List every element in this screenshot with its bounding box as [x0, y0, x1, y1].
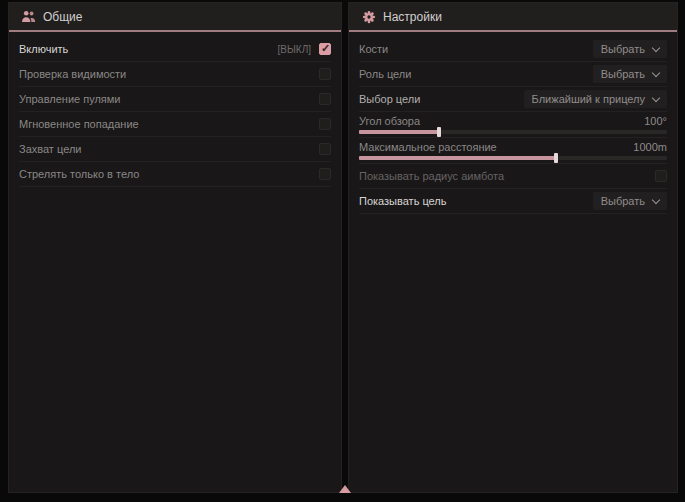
show-aimbot-radius-checkbox[interactable] — [655, 170, 667, 182]
settings-panel-header: Настройки — [349, 3, 677, 32]
max-distance-slider[interactable] — [359, 156, 667, 160]
chevron-down-icon — [652, 93, 660, 101]
dropdown-value: Выбрать — [601, 43, 645, 55]
toggle-label: Проверка видимости — [19, 68, 126, 80]
setting-row-bones: Кости Выбрать — [359, 37, 667, 62]
instant-hit-checkbox[interactable] — [319, 118, 331, 130]
cursor-triangle — [339, 485, 351, 493]
dropdown-value: Выбрать — [601, 195, 645, 207]
setting-label: Максимальное расстояние — [359, 141, 497, 153]
chevron-down-icon — [652, 43, 660, 51]
people-icon — [21, 9, 36, 24]
general-panel-header: Общие — [9, 3, 341, 32]
gear-icon — [361, 9, 376, 24]
bullet-control-checkbox[interactable] — [319, 93, 331, 105]
setting-row-target-selection: Выбор цели Ближайший к прицелу — [359, 87, 667, 112]
toggle-row-instant-hit[interactable]: Мгновенное попадание — [19, 112, 331, 137]
bones-dropdown[interactable]: Выбрать — [593, 40, 667, 58]
enable-checkbox[interactable] — [319, 43, 331, 55]
setting-label: Выбор цели — [359, 93, 420, 105]
toggle-label: Управление пулями — [19, 93, 121, 105]
settings-panel: Настройки Кости Выбрать Роль цели Выбрат… — [348, 2, 678, 493]
toggle-row-show-aimbot-radius[interactable]: Показывать радиус аимбота — [359, 164, 667, 189]
toggle-label: Захват цели — [19, 143, 81, 155]
fov-slider[interactable] — [359, 130, 667, 134]
setting-row-show-target: Показывать цель Выбрать — [359, 189, 667, 214]
setting-row-max-distance: Максимальное расстояние 1000m — [359, 138, 667, 164]
target-role-dropdown[interactable]: Выбрать — [593, 65, 667, 83]
keybind-hint: [ВЫКЛ] — [278, 44, 311, 55]
toggle-label: Включить — [19, 43, 68, 55]
toggle-row-bullet-control[interactable]: Управление пулями — [19, 87, 331, 112]
toggle-label: Показывать радиус аимбота — [359, 170, 504, 182]
chevron-down-icon — [652, 195, 660, 203]
general-panel: Общие Включить [ВЫКЛ] Проверка видимости… — [8, 2, 342, 493]
chevron-down-icon — [652, 68, 660, 76]
setting-row-target-role: Роль цели Выбрать — [359, 62, 667, 87]
dropdown-value: Выбрать — [601, 68, 645, 80]
general-panel-title: Общие — [43, 10, 82, 24]
settings-panel-body: Кости Выбрать Роль цели Выбрать Выбор це… — [349, 32, 677, 492]
toggle-row-enable[interactable]: Включить [ВЫКЛ] — [19, 37, 331, 62]
target-lock-checkbox[interactable] — [319, 143, 331, 155]
fov-slider-fill[interactable] — [359, 130, 439, 134]
toggle-label: Мгновенное попадание — [19, 118, 139, 130]
show-target-dropdown[interactable]: Выбрать — [593, 192, 667, 210]
general-panel-body: Включить [ВЫКЛ] Проверка видимости Управ… — [9, 32, 341, 492]
max-distance-slider-fill[interactable] — [359, 156, 556, 160]
max-distance-value: 1000m — [633, 141, 667, 153]
setting-label: Роль цели — [359, 68, 411, 80]
visibility-check-checkbox[interactable] — [319, 68, 331, 80]
toggle-row-target-lock[interactable]: Захват цели — [19, 137, 331, 162]
toggle-row-body-only[interactable]: Стрелять только в тело — [19, 162, 331, 187]
settings-panel-title: Настройки — [383, 10, 442, 24]
body-only-checkbox[interactable] — [319, 168, 331, 180]
setting-label: Показывать цель — [359, 195, 447, 207]
setting-label: Угол обзора — [359, 115, 420, 127]
fov-value: 100° — [644, 115, 667, 127]
toggle-row-visibility-check[interactable]: Проверка видимости — [19, 62, 331, 87]
dropdown-value: Ближайший к прицелу — [532, 93, 645, 105]
target-selection-dropdown[interactable]: Ближайший к прицелу — [524, 90, 667, 108]
setting-label: Кости — [359, 43, 388, 55]
toggle-label: Стрелять только в тело — [19, 168, 139, 180]
setting-row-fov: Угол обзора 100° — [359, 112, 667, 138]
